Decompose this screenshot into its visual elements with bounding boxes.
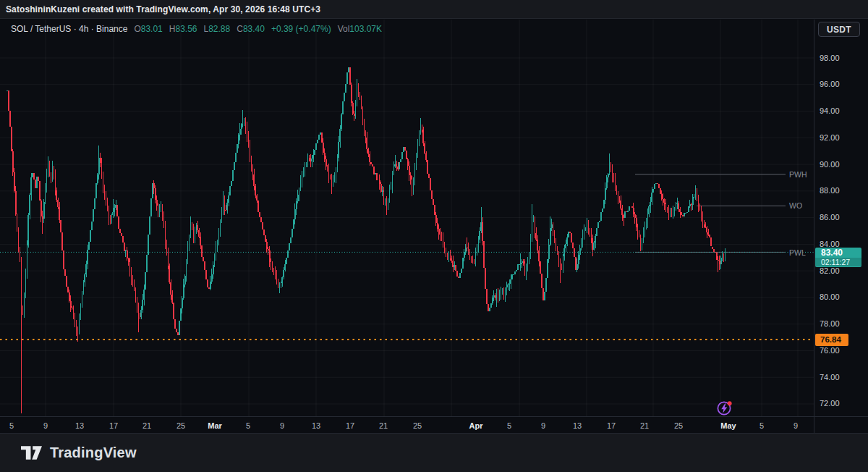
- candle-body: [673, 211, 674, 213]
- candle-body: [502, 291, 503, 292]
- candle-body: [45, 188, 46, 202]
- candle-body: [499, 295, 501, 298]
- candle-body: [161, 206, 162, 208]
- candle-body: [412, 180, 413, 189]
- last-price-badge[interactable]: 83.40 02:11:27: [815, 248, 861, 267]
- candle-wick: [125, 250, 126, 257]
- time-axis-label: May: [720, 421, 736, 431]
- candle-body: [346, 72, 348, 84]
- candle-body: [579, 248, 581, 255]
- candle-body: [535, 233, 537, 240]
- candle-body: [550, 228, 551, 244]
- candle-body: [422, 130, 424, 143]
- economic-events-button[interactable]: [714, 397, 736, 418]
- price-axis-label: 90.00: [820, 160, 840, 169]
- candle-body: [190, 226, 192, 236]
- candle-body: [177, 332, 179, 336]
- candle-body: [639, 233, 640, 236]
- candle-body: [385, 200, 386, 201]
- lightning-bolt-icon: [714, 397, 736, 418]
- candle-body: [593, 243, 595, 249]
- candle-body: [568, 232, 569, 237]
- time-axis-label: 13: [312, 421, 320, 431]
- candle-body: [273, 270, 275, 271]
- tradingview-logo-icon[interactable]: [21, 446, 42, 460]
- candle-body: [244, 122, 245, 122]
- candle-body: [173, 303, 174, 319]
- price-axis-label: 78.00: [820, 319, 840, 329]
- candle-wick: [533, 215, 534, 222]
- candle-body: [248, 136, 250, 146]
- time-axis-label: 5: [246, 421, 250, 431]
- candle-body: [399, 162, 400, 169]
- candle-body: [224, 201, 226, 210]
- candle-body: [292, 229, 293, 238]
- candle-body: [416, 154, 417, 167]
- time-axis-label: 17: [607, 421, 616, 431]
- candle-body: [111, 215, 113, 221]
- candle-wick: [401, 154, 401, 164]
- candle-body: [492, 298, 493, 303]
- candle-body: [503, 291, 505, 295]
- candle-body: [234, 162, 235, 170]
- candle-body: [75, 316, 76, 323]
- candle-body: [128, 258, 129, 262]
- candle-wick: [459, 273, 459, 285]
- candle-body: [456, 271, 458, 277]
- candle-wick: [209, 283, 210, 302]
- candle-wick: [718, 256, 718, 272]
- attribution-bar: SatoshininKuzeni created with TradingVie…: [0, 0, 868, 19]
- candle-body: [359, 94, 361, 98]
- candle-body: [281, 283, 282, 284]
- candle-body: [488, 304, 489, 311]
- alert-price-badge[interactable]: 76.84: [815, 334, 848, 346]
- candle-body: [66, 276, 67, 287]
- time-axis-label: 17: [346, 421, 354, 431]
- candle-body: [678, 203, 679, 209]
- candle-body: [36, 177, 38, 187]
- candle-body: [279, 283, 281, 287]
- candle-wick: [677, 198, 678, 209]
- candle-body: [76, 323, 77, 330]
- candle-body: [328, 169, 330, 177]
- candle-body: [548, 245, 550, 259]
- candle-body: [410, 175, 412, 179]
- currency-toggle-button[interactable]: USDT: [818, 22, 860, 37]
- candle-wick: [303, 167, 304, 177]
- candle-body: [527, 262, 529, 269]
- candle-body: [263, 229, 265, 235]
- candle-body: [394, 164, 396, 166]
- candle-body: [213, 265, 214, 274]
- candle-body: [681, 212, 682, 216]
- candle-body: [358, 88, 359, 94]
- candle-body: [477, 249, 478, 253]
- candle-body: [407, 159, 409, 166]
- chart-pane[interactable]: SOL / TetherUS · 4h · Binance O83.01 H83…: [0, 20, 868, 433]
- candle-body: [334, 178, 336, 179]
- candle-body: [169, 266, 170, 282]
- candle-body: [24, 296, 25, 314]
- tradingview-wordmark[interactable]: TradingView: [50, 444, 137, 461]
- candle-body: [705, 224, 706, 227]
- candle-body: [581, 242, 582, 248]
- candle-wick: [178, 328, 179, 350]
- candle-body: [486, 289, 488, 304]
- candle-wick: [561, 264, 562, 270]
- candle-body: [699, 208, 701, 209]
- candle-body: [452, 261, 454, 268]
- candle-body: [162, 206, 163, 216]
- candle-body: [193, 229, 195, 240]
- candle-body: [186, 261, 187, 276]
- candle-body: [676, 203, 678, 204]
- candle-body: [94, 198, 95, 209]
- candle-body: [440, 235, 441, 236]
- candle-body: [310, 158, 311, 161]
- time-axis-label: 5: [760, 421, 764, 431]
- candle-body: [459, 273, 461, 279]
- candle-body: [259, 212, 260, 217]
- candle-body: [294, 209, 296, 219]
- candle-wick: [273, 268, 274, 275]
- candle-body: [619, 199, 621, 201]
- footer-bar: TradingView: [0, 433, 868, 472]
- candlestick-chart[interactable]: [0, 20, 868, 433]
